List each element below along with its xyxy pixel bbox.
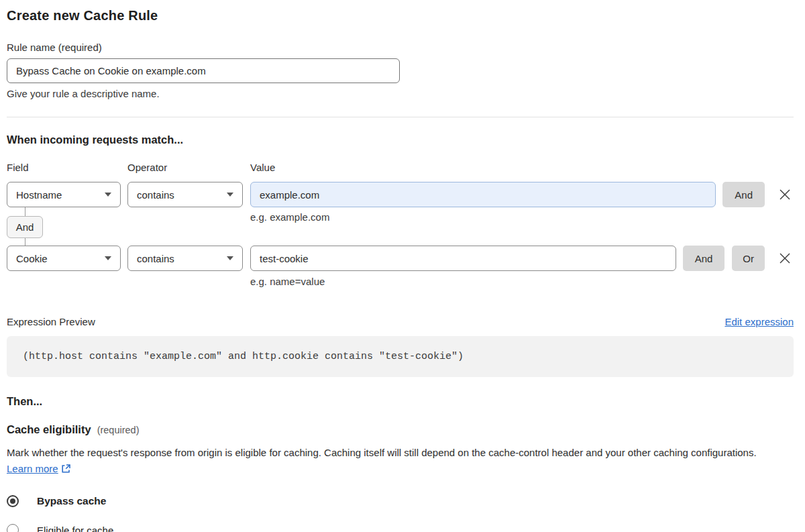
condition-column-labels: Field Operator Value xyxy=(7,162,794,173)
remove-condition-button[interactable] xyxy=(776,250,794,267)
required-tag: (required) xyxy=(97,425,140,435)
radio-bypass-cache[interactable]: Bypass cache xyxy=(7,495,794,507)
value-hint: e.g. example.com xyxy=(250,211,329,223)
operator-column-label: Operator xyxy=(127,162,250,173)
chevron-down-icon xyxy=(227,256,233,260)
operator-select[interactable]: contains xyxy=(127,246,243,271)
description-text: Mark whether the request's response from… xyxy=(7,447,757,458)
operator-select-value: contains xyxy=(137,189,174,201)
close-icon xyxy=(777,251,792,266)
cache-eligibility-heading: Cache eligibility xyxy=(7,423,91,436)
section-divider xyxy=(7,117,794,117)
chevron-down-icon xyxy=(105,193,111,197)
cache-eligibility-heading-row: Cache eligibility (required) xyxy=(7,423,794,436)
expression-code: (http.host contains "example.com" and ht… xyxy=(23,351,464,362)
value-input[interactable] xyxy=(250,182,716,207)
expression-preview-label: Expression Preview xyxy=(7,316,95,327)
value-column-label: Value xyxy=(250,162,275,173)
expression-header: Expression Preview Edit expression xyxy=(7,316,794,327)
cache-eligibility-description: Mark whether the request's response from… xyxy=(7,445,785,478)
field-select[interactable]: Cookie xyxy=(7,246,121,271)
field-select-value: Cookie xyxy=(16,253,48,264)
chevron-down-icon xyxy=(105,256,111,260)
create-cache-rule-page: Create new Cache Rule Rule name (require… xyxy=(0,0,805,532)
then-heading: Then... xyxy=(7,395,794,408)
operator-select-value: contains xyxy=(137,253,174,264)
remove-condition-button[interactable] xyxy=(776,186,794,203)
learn-more-link[interactable]: Learn more xyxy=(7,463,58,474)
chevron-down-icon xyxy=(227,193,233,197)
radio-label: Eligible for cache xyxy=(37,525,113,532)
rule-name-input[interactable] xyxy=(7,58,400,83)
value-input[interactable] xyxy=(250,246,676,271)
connector-and-button[interactable]: And xyxy=(7,216,43,238)
row-gap: And e.g. example.com xyxy=(7,207,794,246)
field-column-label: Field xyxy=(7,162,127,173)
connector: And xyxy=(7,207,50,246)
edit-expression-link[interactable]: Edit expression xyxy=(724,316,794,327)
radio-eligible-for-cache[interactable]: Eligible for cache xyxy=(7,524,794,532)
cache-eligibility-options: Bypass cache Eligible for cache xyxy=(7,495,794,532)
external-link-icon xyxy=(61,462,71,478)
radio-label: Bypass cache xyxy=(37,495,106,507)
connector-line xyxy=(25,207,25,216)
field-select-value: Hostname xyxy=(16,189,62,201)
condition-row-1: Hostname contains And xyxy=(7,182,794,207)
radio-icon xyxy=(7,495,19,507)
value-hint: e.g. name=value xyxy=(250,276,794,287)
field-select[interactable]: Hostname xyxy=(7,182,121,207)
close-icon xyxy=(777,187,792,202)
or-button[interactable]: Or xyxy=(732,246,765,271)
and-button[interactable]: And xyxy=(722,182,765,207)
rule-name-help: Give your rule a descriptive name. xyxy=(7,88,794,99)
radio-icon xyxy=(7,524,19,532)
connector-line xyxy=(25,238,25,246)
and-button[interactable]: And xyxy=(683,246,725,271)
expression-code-block: (http.host contains "example.com" and ht… xyxy=(7,336,794,377)
rule-name-label: Rule name (required) xyxy=(7,42,794,53)
page-title: Create new Cache Rule xyxy=(7,8,794,23)
operator-select[interactable]: contains xyxy=(127,182,243,207)
match-heading: When incoming requests match... xyxy=(7,134,794,146)
condition-row-2: Cookie contains And Or xyxy=(7,246,794,271)
